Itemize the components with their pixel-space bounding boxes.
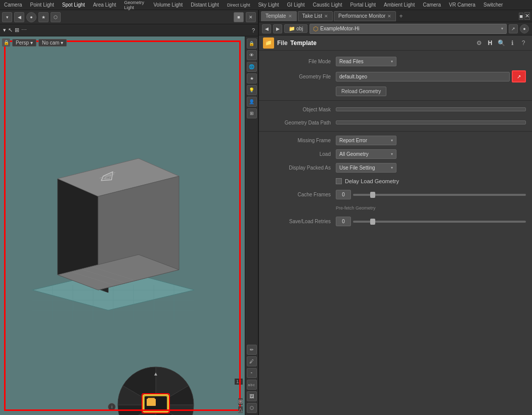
toolbar-btn-nav-back[interactable]: ◀: [14, 12, 24, 22]
menu-area-light[interactable]: Area Light: [91, 2, 118, 8]
file-mode-label: File Mode: [265, 59, 336, 64]
display-packed-arrow: ▾: [391, 165, 393, 170]
tab-add-btn[interactable]: +: [397, 13, 405, 20]
delay-load-checkbox[interactable]: [336, 178, 342, 184]
menu-camera2[interactable]: Camera: [421, 2, 443, 8]
save-load-retries-input[interactable]: 0: [336, 217, 351, 226]
left-viewport-toolbar: ▾ ↖ ⊞ ⋯ ?: [0, 24, 258, 36]
vtool-person[interactable]: 👤: [247, 97, 257, 107]
left-top-toolbar: ▾ ◀ ● ★ ⬡ ■ ✕: [0, 10, 258, 24]
perspective-dropdown[interactable]: Persp ▾: [12, 39, 36, 47]
save-load-retries-thumb[interactable]: [370, 219, 375, 225]
question-icon[interactable]: ?: [519, 38, 528, 48]
vtool-star[interactable]: ★: [247, 73, 257, 84]
vtool-globe[interactable]: 🌐: [247, 62, 257, 72]
vtool-lock[interactable]: 🔒: [247, 38, 257, 49]
vtool-eye[interactable]: 👁: [247, 50, 257, 60]
viewport-icon-1[interactable]: ⊞: [238, 398, 243, 405]
tab-take-list-close[interactable]: ✕: [324, 14, 328, 19]
vtool-map[interactable]: ⬡: [247, 403, 257, 413]
cache-frames-row: Cache Frames 0: [259, 188, 532, 201]
info-icon[interactable]: ℹ: [508, 38, 517, 48]
menu-switcher[interactable]: Switcher: [481, 2, 505, 8]
tabs-square-btn[interactable]: ■: [519, 13, 523, 20]
toolbar-btn-circle[interactable]: ●: [26, 12, 36, 22]
h-icon[interactable]: H: [485, 38, 495, 48]
tab-performance-monitor-close[interactable]: ✕: [387, 14, 391, 19]
tab-performance-monitor[interactable]: Performance Monitor ✕: [334, 11, 396, 21]
menu-geometry-light[interactable]: Geometry Light: [122, 0, 147, 10]
nav-jump-btn[interactable]: ↗: [509, 24, 518, 33]
geometry-data-path-field[interactable]: [336, 120, 526, 124]
nav-circle-btn[interactable]: ●: [520, 24, 529, 33]
menu-portal-light[interactable]: Portal Light: [348, 2, 378, 8]
vtool-bulb[interactable]: 💡: [247, 85, 257, 95]
main-layout: ▾ ◀ ● ★ ⬡ ■ ✕ ▾ ↖ ⊞ ⋯ ? 🔒 Persp ▾: [0, 10, 532, 415]
missing-frame-arrow: ▾: [391, 138, 393, 143]
divider-1: [259, 100, 532, 101]
toolbar-btn-1[interactable]: ▾: [2, 12, 12, 22]
file-folder-icon: 📁: [265, 39, 272, 46]
vtool-wand[interactable]: ⁃: [247, 368, 257, 378]
vtool-grid[interactable]: ⊞: [247, 108, 257, 118]
menu-vr-camera[interactable]: VR Camera: [447, 2, 477, 8]
missing-frame-dropdown[interactable]: Report Error ▾: [336, 136, 396, 145]
save-load-retries-track[interactable]: [353, 221, 526, 223]
toolbar-btn-star[interactable]: ★: [38, 12, 49, 22]
menu-ambient-light[interactable]: Ambient Light: [382, 2, 417, 8]
geometry-data-path-label: Geometry Data Path: [265, 120, 336, 126]
menu-point-light[interactable]: Point Light: [28, 2, 56, 8]
search-icon[interactable]: 🔍: [497, 38, 506, 48]
nav-back-btn[interactable]: ◀: [262, 24, 271, 33]
load-label: Load: [265, 151, 336, 157]
toolbar-btn-q[interactable]: ?: [252, 27, 255, 33]
load-row: Load All Geometry ▾: [259, 147, 532, 161]
cache-frames-track[interactable]: [353, 194, 526, 196]
menu-direct-light[interactable]: Direct Light: [225, 3, 252, 8]
vtool-pencil[interactable]: 🖊: [247, 356, 257, 366]
geometry-file-row: Geometry File default.bgeo ↗: [259, 68, 532, 85]
geometry-file-browse-btn[interactable]: ↗: [512, 70, 526, 82]
menu-gi-light[interactable]: GI Light: [285, 2, 307, 8]
tab-take-list[interactable]: Take List ✕: [298, 11, 333, 21]
menu-camera[interactable]: Camera: [2, 2, 24, 8]
toolbar-btn-multi[interactable]: ⊞: [15, 27, 19, 33]
tab-template[interactable]: Template ✕: [261, 11, 297, 21]
vtool-image[interactable]: 🖼: [247, 391, 257, 401]
toolbar-btn-more[interactable]: ⋯: [21, 27, 27, 33]
toolbar-btn-close[interactable]: ✕: [246, 12, 256, 22]
toolbar-btn-icon4[interactable]: ⬡: [51, 12, 61, 22]
prefetch-label: Pre-fetch Geometry: [336, 205, 376, 211]
vtool-abc[interactable]: abc: [247, 380, 257, 390]
lock-icon[interactable]: 🔒: [2, 38, 10, 47]
file-icon-btn[interactable]: 📁: [263, 37, 274, 49]
vtool-edit[interactable]: ✏: [247, 345, 257, 355]
nav-obj-btn[interactable]: 📁 obj: [284, 24, 307, 33]
no-cam-dropdown[interactable]: No cam ▾: [38, 39, 67, 47]
svg-rect-27: [147, 399, 156, 406]
cache-frames-thumb[interactable]: [370, 192, 375, 198]
gear-icon[interactable]: ⚙: [474, 38, 483, 48]
toolbar-btn-square[interactable]: ■: [234, 12, 244, 22]
geometry-file-field[interactable]: default.bgeo: [336, 72, 510, 81]
toolbar-btn-arrow[interactable]: ↖: [8, 27, 13, 33]
reload-geometry-btn[interactable]: Reload Geometry: [336, 87, 386, 96]
object-mask-field[interactable]: [336, 107, 526, 111]
menu-spot-light[interactable]: Spot Light: [60, 2, 87, 8]
toolbar-btn-dropdown[interactable]: ▾: [3, 27, 6, 33]
file-mode-dropdown[interactable]: Read Files ▾: [336, 57, 396, 66]
tabs-close-btn[interactable]: ✕: [524, 12, 530, 20]
menu-sky-light[interactable]: Sky Light: [256, 2, 281, 8]
menu-caustic-light[interactable]: Caustic Light: [311, 2, 344, 8]
nav-node-dropdown[interactable]: ⬡ ExampleMotor-Hi ▾: [309, 24, 507, 34]
nav-forward-btn[interactable]: ▶: [273, 24, 282, 33]
load-dropdown[interactable]: All Geometry ▾: [336, 149, 396, 159]
file-label: File Template: [277, 39, 317, 47]
menu-volume-light[interactable]: Volume Light: [151, 2, 185, 8]
viewport-icon-2[interactable]: △: [238, 406, 243, 413]
menu-distant-light[interactable]: Distant Light: [189, 2, 221, 8]
cache-frames-input[interactable]: 0: [336, 190, 351, 199]
tab-template-close[interactable]: ✕: [288, 14, 292, 19]
geometry-file-value: default.bgeo ↗: [336, 70, 526, 82]
display-packed-dropdown[interactable]: Use File Setting ▾: [336, 163, 396, 173]
